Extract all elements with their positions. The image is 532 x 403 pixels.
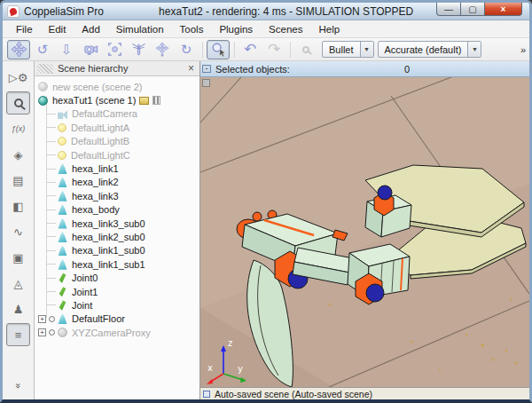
view-corner-button[interactable] <box>202 79 210 87</box>
tree-guide <box>46 209 56 210</box>
fit-to-view-button[interactable] <box>103 40 126 59</box>
shape-icon <box>58 313 67 324</box>
status-text: Auto-saved scene (Auto-saved scene) <box>215 389 372 399</box>
tree-guide <box>46 304 56 305</box>
menu-add[interactable]: Add <box>74 22 107 36</box>
menu-edit[interactable]: Edit <box>41 22 74 36</box>
camera-rotate-button[interactable]: ↺ <box>31 40 54 59</box>
3d-view[interactable]: z x y <box>200 77 529 387</box>
tree-item[interactable]: Joint1 <box>35 285 200 298</box>
hierarchy-header[interactable]: Scene hierarchy × <box>35 61 200 76</box>
calculation-modules-button[interactable]: ƒ(x) <box>6 117 30 140</box>
close-icon[interactable]: × <box>188 63 194 74</box>
selbar-collapse-button[interactable]: - <box>202 65 211 73</box>
engine-dropdown[interactable]: Bullet ▼ <box>322 41 374 58</box>
tree-item[interactable]: hexa_link2_sub0 <box>35 230 200 243</box>
menu-help[interactable]: Help <box>310 22 348 36</box>
menu-file[interactable]: File <box>8 22 41 36</box>
tree-item[interactable]: +DefaultFloor <box>35 312 200 326</box>
camera-zoom-button[interactable]: ⇩ <box>55 40 78 59</box>
layer-selector-button[interactable]: ≡ <box>6 323 30 346</box>
expand-icon[interactable]: + <box>38 315 46 323</box>
shape-icon <box>58 177 67 187</box>
shape-icon <box>58 245 67 256</box>
menu-plugins[interactable]: Plugins <box>211 22 261 36</box>
tree-item[interactable]: hexa_body <box>35 203 200 217</box>
camera-angle-button[interactable] <box>79 40 102 59</box>
tree-guide <box>46 114 56 115</box>
tree-item-label: hexa_link3_sub0 <box>72 218 145 229</box>
tree-guide <box>46 264 56 265</box>
undo-button[interactable]: ↶ <box>239 40 262 59</box>
tree-item[interactable]: Joint <box>35 298 200 312</box>
collection-icon: ◈ <box>14 149 23 161</box>
light-icon <box>58 151 66 160</box>
tree-item[interactable]: hexa_link3_sub0 <box>35 217 200 230</box>
tree-guide <box>46 223 56 224</box>
toolbar-overflow-button[interactable]: » <box>520 44 526 55</box>
collapse-button[interactable]: » <box>6 374 30 397</box>
select-button[interactable] <box>207 40 230 59</box>
model-browser-button[interactable]: ◬ <box>6 272 30 295</box>
collections-button[interactable]: ◈ <box>6 143 30 166</box>
window-title: hexaTut2 - rendering: 4 ms - SIMULATION … <box>159 5 413 18</box>
object-properties-button[interactable] <box>6 91 30 115</box>
expand-icon[interactable]: + <box>38 328 46 336</box>
tree-item[interactable]: DefaultLightB <box>35 135 200 148</box>
tree-item[interactable]: Joint0 <box>35 271 200 284</box>
object-shift-button[interactable] <box>151 40 174 59</box>
model-badge-icon <box>139 97 149 105</box>
rotate-icon: ↺ <box>37 43 49 56</box>
path-edit-button[interactable]: ∿ <box>6 220 30 243</box>
tree-item[interactable]: new scene (scene 2) <box>35 80 200 93</box>
menu-scenes[interactable]: Scenes <box>261 22 310 36</box>
close-button[interactable]: × <box>485 3 522 16</box>
menu-simulation[interactable]: Simulation <box>108 22 172 36</box>
drag-handle[interactable] <box>37 64 53 74</box>
visibility-toggle-icon[interactable] <box>49 329 55 336</box>
simulation-settings-button[interactable]: ▷⚙ <box>6 66 30 89</box>
tree-item-label: Joint0 <box>72 273 98 283</box>
viewport-panel: - Selected objects: 0 <box>200 61 529 399</box>
layers-badge-icon <box>153 96 160 105</box>
tree-item[interactable]: DefaultLightC <box>35 148 200 162</box>
tree-item-label: Joint <box>72 300 92 311</box>
redo-button[interactable]: ↷ <box>262 40 286 59</box>
tree-item-label: DefaultLightA <box>71 122 129 133</box>
selection-window-icon: ▣ <box>12 252 23 264</box>
camera-icon <box>82 41 99 58</box>
maximize-button[interactable]: ▢ <box>461 3 485 16</box>
redo-icon: ↷ <box>268 42 280 57</box>
visibility-toggle-icon[interactable] <box>49 316 55 322</box>
tree-item[interactable]: hexa_link3 <box>35 189 200 202</box>
chevron-down-icon: ▼ <box>467 42 481 57</box>
tree-item[interactable]: hexa_link1_sub0 <box>35 244 200 257</box>
visualize-dynamics-button[interactable] <box>294 40 317 59</box>
camera-pan-button[interactable] <box>7 40 30 59</box>
dragonfly-icon <box>130 41 147 58</box>
tree-item[interactable]: hexaTut1 (scene 1) <box>35 93 200 107</box>
avatar-button[interactable]: ♟ <box>6 297 30 320</box>
minimize-button[interactable]: — <box>436 3 461 16</box>
tree-guide <box>46 195 56 196</box>
shape-edit-icon: ◧ <box>12 201 23 212</box>
tree-item[interactable]: hexa_link1_sub1 <box>35 257 200 271</box>
tree-item[interactable]: +XYZCameraProxy <box>35 326 200 339</box>
object-rotate-icon: ↻ <box>181 43 192 56</box>
tree-guide <box>46 127 56 128</box>
shape-edit-button[interactable]: ◧ <box>6 194 30 217</box>
tree-item[interactable]: hexa_link1 <box>35 162 200 175</box>
title-bar[interactable]: CoppeliaSim Pro hexaTut2 - rendering: 4 … <box>3 3 529 20</box>
menu-tools[interactable]: Tools <box>172 22 212 36</box>
fly-mode-button[interactable] <box>127 40 150 59</box>
selection-button[interactable]: ▣ <box>6 246 30 269</box>
app-icon <box>7 5 20 18</box>
tree-item[interactable]: DefaultLightA <box>35 121 200 134</box>
object-rotate-button[interactable]: ↻ <box>175 40 198 59</box>
chevrons-down-icon: » <box>13 383 23 388</box>
tree-item[interactable]: hexa_link2 <box>35 176 200 189</box>
scripts-button[interactable]: ▤ <box>6 169 30 192</box>
magnifier-icon <box>302 46 309 53</box>
tree-item[interactable]: DefaultCamera <box>35 107 200 121</box>
accuracy-dropdown[interactable]: Accurate (default) ▼ <box>378 41 482 58</box>
